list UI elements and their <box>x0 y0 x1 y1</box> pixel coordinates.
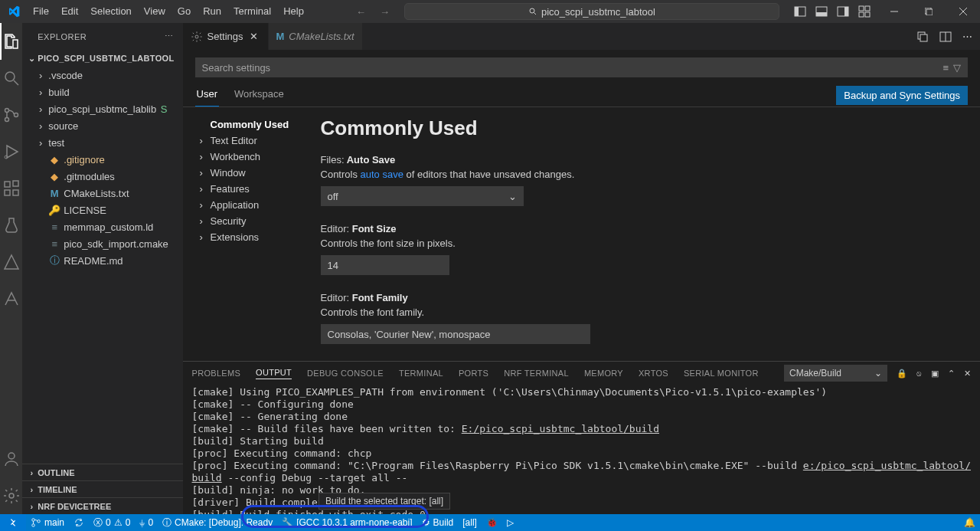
toc-item[interactable]: ›Application <box>200 197 321 213</box>
panel-tab[interactable]: DEBUG CONSOLE <box>307 369 384 378</box>
status-cmake[interactable]: ⓘCMake: [Debug]: Ready <box>158 514 277 531</box>
font-size-input[interactable]: 14 <box>321 255 449 275</box>
nav-back-icon[interactable]: ← <box>356 6 366 18</box>
activity-scm[interactable] <box>0 97 22 133</box>
menu-selection[interactable]: Selection <box>84 0 137 23</box>
chevron-up-icon[interactable]: ⌃ <box>948 369 955 379</box>
clear-search-icon[interactable]: ≡ <box>942 62 949 74</box>
panel-tab[interactable]: TERMINAL <box>399 369 443 378</box>
status-notifications[interactable]: 🔔 <box>959 517 980 528</box>
status-problems[interactable]: ⓧ0⚠0 <box>89 514 135 531</box>
maximize-button[interactable] <box>911 0 946 23</box>
folder-item[interactable]: ›source <box>22 117 182 134</box>
toc-item[interactable]: Commonly Used <box>200 116 321 133</box>
activity-cmake[interactable] <box>0 244 22 280</box>
sidebar-section[interactable]: ›TIMELINE <box>22 480 182 497</box>
scope-workspace[interactable]: Workspace <box>233 84 286 107</box>
customize-layout-icon[interactable] <box>858 5 871 18</box>
file-item[interactable]: ◆.gitmodules <box>22 168 182 185</box>
close-panel-icon[interactable]: ✕ <box>964 369 971 379</box>
close-icon[interactable]: ✕ <box>248 31 260 42</box>
menu-view[interactable]: View <box>138 0 172 23</box>
open-changes-icon[interactable] <box>916 31 929 43</box>
clear-output-icon[interactable]: ⍉ <box>916 369 922 378</box>
command-center[interactable]: pico_scpi_usbtmc_labtool <box>404 3 779 20</box>
toc-item[interactable]: ›Features <box>200 181 321 197</box>
backup-sync-button[interactable]: Backup and Sync Settings <box>836 86 968 105</box>
activity-explorer[interactable] <box>0 23 22 60</box>
panel-tab[interactable]: OUTPUT <box>256 368 292 379</box>
folder-item[interactable]: ›build <box>22 84 182 100</box>
status-ports[interactable]: ⏚0 <box>135 514 158 531</box>
menu-help[interactable]: Help <box>277 0 310 23</box>
file-item[interactable]: ≡memmap_custom.ld <box>22 218 182 235</box>
open-log-icon[interactable]: ▣ <box>931 369 939 379</box>
activity-extensions[interactable] <box>0 170 22 207</box>
nav-forward-icon[interactable]: → <box>380 6 390 18</box>
settings-search[interactable]: Search settings ≡ ▽ <box>195 57 968 77</box>
toc-item[interactable]: ›Text Editor <box>200 133 321 149</box>
file-item[interactable]: ◆.gitignore <box>22 151 182 168</box>
explorer-more-icon[interactable]: ⋯ <box>165 31 174 41</box>
sidebar-section[interactable]: ›OUTLINE <box>22 464 182 480</box>
activity-accounts[interactable] <box>0 441 22 477</box>
menu-edit[interactable]: Edit <box>55 0 84 23</box>
menu-terminal[interactable]: Terminal <box>227 0 277 23</box>
toc-item[interactable]: ›Security <box>200 213 321 229</box>
file-item[interactable]: 🔑LICENSE <box>22 202 182 218</box>
status-build[interactable]: ⚙Build <box>417 514 459 531</box>
status-branch[interactable]: main <box>26 514 69 531</box>
status-kit[interactable]: 🔧[GCC 10.3.1 arm-none-eabi] <box>277 514 416 531</box>
panel-tab[interactable]: NRF TERMINAL <box>504 369 569 378</box>
toc-item[interactable]: ›Extensions <box>200 229 321 245</box>
panel-tab[interactable]: PROBLEMS <box>192 369 241 378</box>
tab-cmakelists[interactable]: M CMakeLists.txt <box>269 23 363 50</box>
scope-user[interactable]: User <box>195 84 219 107</box>
project-name: PICO_SCPI_USBTMC_LABTOOL <box>38 54 174 63</box>
minimize-button[interactable] <box>877 0 911 23</box>
folder-item[interactable]: ›pico_scpi_usbtmc_lablibS <box>22 100 182 117</box>
folder-item[interactable]: ›.vscode <box>22 67 182 84</box>
folder-item[interactable]: ›test <box>22 134 182 151</box>
menu-go[interactable]: Go <box>172 0 197 23</box>
lock-scroll-icon[interactable]: 🔒 <box>897 369 907 379</box>
remote-button[interactable] <box>0 514 26 531</box>
split-editor-icon[interactable] <box>939 31 952 43</box>
activity-testing[interactable] <box>0 207 22 244</box>
status-launch[interactable]: ▷ <box>502 514 518 531</box>
status-debug[interactable]: 🐞 <box>482 514 502 531</box>
project-header[interactable]: ⌄ PICO_SCPI_USBTMC_LABTOOL <box>22 50 182 67</box>
menu-run[interactable]: Run <box>197 0 227 23</box>
file-item[interactable]: MCMakeLists.txt <box>22 185 182 202</box>
toggle-panel-icon[interactable] <box>815 5 828 18</box>
status-target[interactable]: [all] <box>458 514 482 531</box>
panel-tab[interactable]: MEMORY <box>584 369 623 378</box>
panel-tab[interactable]: XRTOS <box>639 369 668 378</box>
more-icon[interactable]: ⋯ <box>962 31 972 43</box>
search-placeholder: Search settings <box>202 62 271 74</box>
activity-settings[interactable] <box>0 477 22 514</box>
auto-save-select[interactable]: off ⌄ <box>321 186 524 206</box>
activity-debug[interactable] <box>0 133 22 170</box>
sidebar-section[interactable]: ›NRF DEVICETREE <box>22 497 182 514</box>
output-channel-select[interactable]: CMake/Build⌄ <box>784 365 887 382</box>
activity-nrf[interactable] <box>0 280 22 317</box>
filter-icon[interactable]: ▽ <box>953 62 961 74</box>
toc-item[interactable]: ›Workbench <box>200 149 321 165</box>
activity-search[interactable] <box>0 60 22 97</box>
settings-editor: Search settings ≡ ▽ User Workspace Backu… <box>183 50 980 361</box>
status-sync[interactable] <box>69 514 89 531</box>
toggle-primary-sidebar-icon[interactable] <box>794 5 806 18</box>
tab-settings[interactable]: Settings ✕ <box>183 23 269 50</box>
file-item[interactable]: ≡pico_sdk_import.cmake <box>22 235 182 252</box>
menu-file[interactable]: File <box>27 0 55 23</box>
panel-tab[interactable]: PORTS <box>459 369 488 378</box>
auto-save-link[interactable]: auto save <box>361 169 403 180</box>
panel-tab[interactable]: SERIAL MONITOR <box>684 369 759 378</box>
close-button[interactable] <box>946 0 980 23</box>
output-content[interactable]: [cmake] Using PICO_EXAMPLES_PATH from en… <box>183 385 980 514</box>
file-item[interactable]: ⓘREADME.md <box>22 252 182 269</box>
font-family-input[interactable]: Consolas, 'Courier New', monospace <box>321 324 590 344</box>
toc-item[interactable]: ›Window <box>200 165 321 181</box>
toggle-secondary-sidebar-icon[interactable] <box>837 5 849 18</box>
